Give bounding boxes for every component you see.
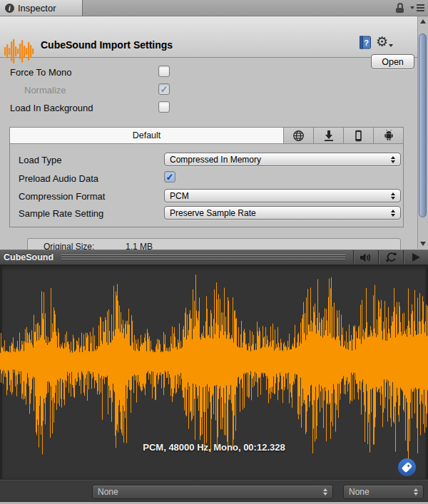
inspector-window: i Inspector Cu: [0, 0, 428, 504]
compression-format-dropdown[interactable]: PCM: [164, 189, 401, 202]
tab-webgl[interactable]: [284, 128, 314, 143]
gear-glyph: ⚙: [376, 34, 388, 49]
load-type-dropdown[interactable]: Compressed In Memory: [164, 153, 401, 166]
help-manual-icon[interactable]: ?: [358, 36, 372, 50]
unlock-icon[interactable]: [395, 3, 404, 14]
vertical-scrollbar[interactable]: [417, 16, 428, 249]
caret-down-icon: [410, 6, 414, 9]
sample-rate-setting-value: Preserve Sample Rate: [170, 208, 256, 218]
preview-drag-handle[interactable]: [61, 254, 345, 261]
tab-inspector[interactable]: i Inspector: [0, 0, 83, 16]
force-to-mono-checkbox[interactable]: [158, 66, 170, 77]
tab-android[interactable]: [374, 128, 403, 143]
clip-info-text: PCM, 48000 Hz, Mono, 00:12.328: [0, 442, 428, 453]
preload-audio-data-checkbox[interactable]: ✓: [164, 171, 175, 182]
preview-title: CubeSound: [4, 252, 54, 262]
import-settings-header: CubeSound Import Settings ? ⚙ Open: [0, 16, 428, 58]
svg-text:?: ?: [364, 38, 369, 47]
normalize-checkbox: ✓: [158, 83, 170, 95]
asset-bundle-variant-dropdown[interactable]: None: [343, 485, 424, 499]
asset-bundle-variant-value: None: [349, 487, 370, 497]
caret-down-icon: [389, 44, 393, 47]
tab-strip: i Inspector: [0, 0, 428, 16]
load-in-background-label: Load In Background: [10, 103, 93, 113]
scroll-down-arrow-icon[interactable]: [420, 242, 426, 246]
load-type-label: Load Type: [19, 155, 61, 165]
scroll-up-arrow-icon[interactable]: [420, 19, 426, 24]
page-title: CubeSound Import Settings: [41, 39, 173, 51]
tab-label: Inspector: [18, 3, 56, 14]
popup-arrows-icon: [391, 156, 395, 163]
preload-audio-data-label: Preload Audio Data: [19, 173, 98, 184]
loop-icon: [385, 252, 397, 263]
tab-default[interactable]: Default: [10, 128, 284, 143]
webgl-globe-icon: [292, 130, 305, 142]
context-menu-icon[interactable]: [410, 4, 424, 11]
open-button[interactable]: Open: [371, 54, 414, 69]
tab-standalone[interactable]: [314, 128, 344, 143]
tab-iphone[interactable]: [344, 128, 374, 143]
speaker-icon: [360, 252, 372, 263]
mute-audio-button[interactable]: [353, 250, 378, 264]
force-to-mono-label: Force To Mono: [10, 67, 71, 78]
load-in-background-checkbox[interactable]: [158, 101, 170, 113]
info-icon: i: [5, 4, 14, 13]
iphone-icon: [352, 130, 365, 142]
scrollbar-thumb[interactable]: [419, 34, 427, 217]
asset-bundle-value: None: [98, 487, 118, 497]
popup-arrows-icon: [414, 488, 418, 495]
asset-bundle-dropdown[interactable]: None: [92, 485, 333, 499]
play-button[interactable]: [403, 250, 428, 264]
loop-button[interactable]: [378, 250, 403, 264]
android-icon: [382, 130, 395, 141]
asset-labels-button[interactable]: [398, 458, 416, 476]
sample-rate-setting-label: Sample Rate Setting: [19, 208, 103, 219]
checkmark-icon: ✓: [160, 84, 168, 95]
hamburger-icon: [417, 4, 424, 11]
popup-arrows-icon: [323, 488, 327, 495]
platform-tab-bar: Default: [10, 128, 403, 144]
checkmark-icon: ✓: [166, 172, 174, 182]
popup-arrows-icon: [391, 210, 395, 217]
audio-clip-thumbnail-icon: [4, 38, 34, 65]
settings-gear-icon[interactable]: ⚙: [376, 34, 393, 49]
lock-body: [396, 8, 404, 13]
window-bottom-edge: [0, 501, 428, 504]
play-icon: [412, 253, 420, 262]
sample-rate-setting-dropdown[interactable]: Preserve Sample Rate: [164, 206, 401, 220]
asset-bundle-bar: AssetBundle None None: [0, 479, 428, 501]
load-type-value: Compressed In Memory: [170, 155, 261, 165]
tag-icon: [402, 462, 413, 473]
preview-title-bar: CubeSound: [0, 250, 428, 265]
compression-format-label: Compression Format: [19, 191, 105, 202]
normalize-label: Normalize: [24, 85, 66, 96]
popup-arrows-icon: [391, 192, 395, 200]
standalone-download-icon: [323, 130, 335, 142]
compression-format-value: PCM: [170, 191, 189, 201]
